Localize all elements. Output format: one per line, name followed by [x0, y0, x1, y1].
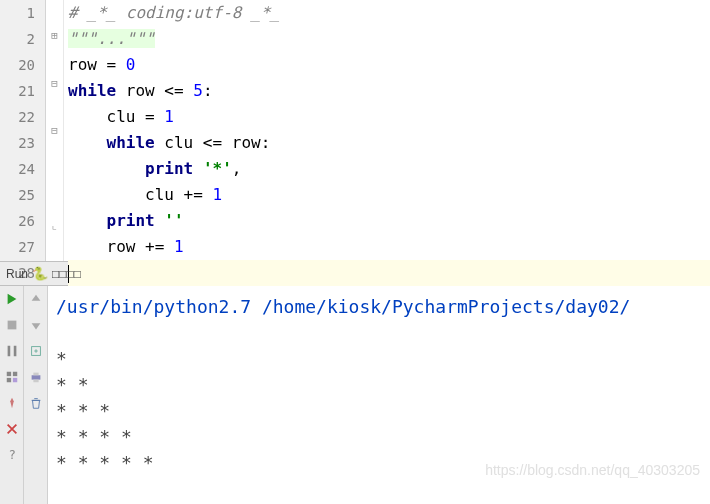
- run-toolbar-left: ?: [0, 286, 24, 504]
- svg-rect-4: [13, 372, 17, 376]
- code-area[interactable]: # _*_ coding:utf-8 _*_"""..."""row = 0wh…: [64, 0, 710, 261]
- run-toolbar-right: [24, 286, 48, 504]
- code-editor[interactable]: 12202122232425262728 ⊞⊟⊟⌞ # _*_ coding:u…: [0, 0, 710, 262]
- svg-text:?: ?: [9, 448, 16, 462]
- line-number: 25: [0, 182, 35, 208]
- run-button[interactable]: [0, 286, 24, 312]
- fold-marker: [46, 190, 63, 214]
- console-line: [56, 476, 710, 502]
- code-line[interactable]: while clu <= row:: [68, 130, 710, 156]
- fold-marker[interactable]: ⊞: [46, 24, 63, 48]
- code-line[interactable]: print '*',: [68, 156, 710, 182]
- svg-rect-6: [13, 378, 17, 382]
- line-number: 20: [0, 52, 35, 78]
- svg-rect-0: [8, 321, 17, 330]
- export-button[interactable]: [24, 338, 48, 364]
- run-label: Run: [6, 267, 28, 281]
- line-number: 2: [0, 26, 35, 52]
- svg-rect-1: [8, 346, 11, 357]
- arrow-down-button[interactable]: [24, 312, 48, 338]
- console-line: [56, 320, 710, 346]
- console-command: /usr/bin/python2.7 /home/kiosk/PycharmPr…: [56, 294, 710, 320]
- console-line: * * *: [56, 398, 710, 424]
- trash-button[interactable]: [24, 390, 48, 416]
- fold-marker: [46, 237, 63, 261]
- svg-rect-10: [33, 373, 38, 376]
- svg-rect-9: [32, 375, 41, 379]
- code-line[interactable]: while row <= 5:: [68, 78, 710, 104]
- arrow-up-button[interactable]: [24, 286, 48, 312]
- console-line: * * * * *: [56, 450, 710, 476]
- fold-marker: [46, 0, 63, 24]
- code-line[interactable]: clu += 1: [68, 182, 710, 208]
- fold-marker: [46, 166, 63, 190]
- line-number-gutter: 12202122232425262728: [0, 0, 46, 261]
- fold-marker: [46, 47, 63, 71]
- line-number: 22: [0, 104, 35, 130]
- console-line: * * * *: [56, 424, 710, 450]
- pin-button[interactable]: [0, 390, 24, 416]
- code-line[interactable]: [68, 260, 710, 286]
- line-number: 27: [0, 234, 35, 260]
- fold-marker[interactable]: ⊟: [46, 71, 63, 95]
- pause-button[interactable]: [0, 338, 24, 364]
- script-name: □□□□: [52, 267, 81, 281]
- svg-rect-2: [14, 346, 17, 357]
- fold-marker[interactable]: ⌞: [46, 214, 63, 238]
- code-line[interactable]: # _*_ coding:utf-8 _*_: [68, 0, 710, 26]
- python-icon: 🐍: [32, 266, 48, 281]
- code-line[interactable]: clu = 1: [68, 104, 710, 130]
- help-button[interactable]: ?: [0, 442, 24, 468]
- code-line[interactable]: row = 0: [68, 52, 710, 78]
- svg-rect-11: [33, 380, 38, 383]
- code-line[interactable]: print '': [68, 208, 710, 234]
- fold-marker: [46, 142, 63, 166]
- code-line[interactable]: """...""": [68, 26, 710, 52]
- line-number: 24: [0, 156, 35, 182]
- layout-button[interactable]: [0, 364, 24, 390]
- code-line[interactable]: row += 1: [68, 234, 710, 260]
- print-button[interactable]: [24, 364, 48, 390]
- close-button[interactable]: [0, 416, 24, 442]
- stop-button[interactable]: [0, 312, 24, 338]
- console-panel: ? /usr/bin/python2.7 /home/kiosk/Pycharm…: [0, 286, 710, 504]
- console-line: * *: [56, 372, 710, 398]
- fold-marker: [46, 95, 63, 119]
- svg-rect-5: [7, 378, 11, 382]
- line-number: 26: [0, 208, 35, 234]
- line-number: 21: [0, 78, 35, 104]
- line-number: 23: [0, 130, 35, 156]
- fold-column[interactable]: ⊞⊟⊟⌞: [46, 0, 64, 261]
- console-line: *: [56, 346, 710, 372]
- svg-rect-3: [7, 372, 11, 376]
- console-output[interactable]: /usr/bin/python2.7 /home/kiosk/PycharmPr…: [48, 286, 710, 504]
- line-number: 1: [0, 0, 35, 26]
- fold-marker[interactable]: ⊟: [46, 119, 63, 143]
